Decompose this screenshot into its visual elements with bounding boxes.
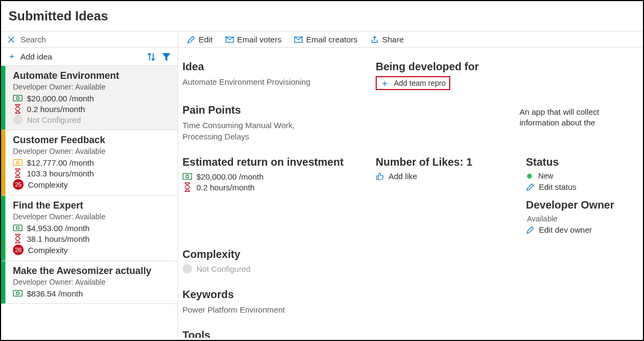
pain-points-value: Time Consuming Manual Work, Processing D… <box>182 120 322 142</box>
search-placeholder: Search <box>20 35 46 44</box>
complexity-badge: 28 <box>13 244 24 255</box>
add-idea-label[interactable]: Add idea <box>20 52 141 61</box>
svg-rect-10 <box>183 174 192 180</box>
add-team-repro-label: Add team repro <box>394 79 446 87</box>
sidebar: Search ＋ Add idea Automate EnvironmentDe… <box>1 32 178 338</box>
money-icon <box>13 288 23 298</box>
card-cost: $4,953.00 /month <box>13 223 174 233</box>
card-title: Customer Feedback <box>13 135 174 146</box>
edit-label: Edit <box>199 35 213 44</box>
tools-section: Tools <box>182 329 365 338</box>
idea-card[interactable]: Customer FeedbackDeveloper Owner: Availa… <box>1 130 178 196</box>
share-button[interactable]: Share <box>370 35 404 44</box>
card-owner: Developer Owner: Available <box>13 212 174 221</box>
card-owner: Developer Owner: Available <box>13 83 174 91</box>
svg-rect-4 <box>13 225 22 231</box>
add-like-label: Add like <box>389 172 417 181</box>
share-label: Share <box>382 35 404 44</box>
filter-icon[interactable] <box>162 52 171 62</box>
card-hours: 103.3 hours/month <box>13 168 174 178</box>
idea-value: Automate Environment Provisioning <box>182 76 365 87</box>
card-owner: Developer Owner: Available <box>13 147 174 155</box>
status-heading: Status <box>526 156 639 168</box>
dev-owner-value: Available <box>527 214 639 223</box>
complexity-heading: Complexity <box>182 248 365 261</box>
card-owner: Developer Owner: Available <box>13 278 174 286</box>
status-value: New <box>538 172 553 180</box>
page-title: Submitted Ideas <box>1 1 643 31</box>
money-icon <box>13 158 23 167</box>
email-creators-button[interactable]: Email creators <box>294 35 357 44</box>
email-voters-label: Email voters <box>237 35 282 44</box>
svg-point-5 <box>16 226 19 229</box>
pencil-icon <box>526 183 535 191</box>
svg-point-7 <box>16 292 19 294</box>
svg-rect-0 <box>13 95 22 101</box>
mail-icon <box>294 35 303 44</box>
card-hours: 0.2 hours/month <box>13 104 174 114</box>
pencil-icon <box>526 226 535 234</box>
email-creators-label: Email creators <box>306 35 357 44</box>
hourglass-icon <box>182 182 192 192</box>
card-hours: 38.1 hours/month <box>13 234 174 243</box>
svg-point-1 <box>16 97 19 99</box>
pencil-icon <box>187 35 195 44</box>
complexity-badge-empty <box>13 115 23 124</box>
edit-button[interactable]: Edit <box>187 35 213 44</box>
card-complexity: Not Configured <box>13 115 174 124</box>
hourglass-icon <box>13 234 23 243</box>
close-icon <box>8 36 15 43</box>
add-team-repro-button[interactable]: ＋ Add team repro <box>376 76 450 90</box>
roi-heading: Estimated return on investment <box>182 156 365 168</box>
edit-status-button[interactable]: Edit status <box>526 182 639 191</box>
keywords-section: Keywords Power Platform Environment <box>182 288 365 315</box>
detail-grid: Idea Automate Environment Provisioning B… <box>178 48 643 338</box>
card-cost: $20,000.00 /month <box>13 93 174 103</box>
status-stripe <box>1 196 5 261</box>
idea-card[interactable]: Make the Awesomizer actuallyDeveloper Ow… <box>1 261 178 304</box>
card-title: Find the Expert <box>13 200 174 211</box>
complexity-section: Complexity Not Configured <box>182 248 365 275</box>
share-icon <box>370 35 379 44</box>
likes-section: Number of Likes: 1 Add like <box>376 156 515 234</box>
card-complexity: 25Complexity <box>13 179 174 190</box>
email-voters-button[interactable]: Email voters <box>225 35 282 44</box>
pain-points-section: Pain Points Time Consuming Manual Work, … <box>182 104 365 142</box>
card-title: Make the Awesomizer actually <box>13 265 174 277</box>
mail-icon <box>225 35 234 44</box>
status-dot-icon <box>527 174 532 179</box>
idea-section: Idea Automate Environment Provisioning <box>182 61 365 90</box>
keywords-value: Power Platform Environment <box>182 304 365 315</box>
money-icon <box>13 93 23 103</box>
idea-card[interactable]: Find the ExpertDeveloper Owner: Availabl… <box>1 196 178 261</box>
developed-for-section: Being developed for ＋ Add team repro <box>376 61 515 90</box>
status-value-row: New <box>527 172 639 180</box>
card-cost: $12,777.00 /month <box>13 158 174 167</box>
roi-section: Estimated return on investment $20,000.0… <box>182 156 365 234</box>
developed-for-heading: Being developed for <box>376 61 515 73</box>
dev-owner-heading: Developer Owner <box>526 199 639 211</box>
svg-rect-6 <box>13 291 22 296</box>
search-input[interactable]: Search <box>1 32 178 48</box>
roi-hours: 0.2 hours/month <box>196 183 254 192</box>
status-stripe <box>1 66 5 130</box>
status-stripe <box>1 261 5 303</box>
idea-heading: Idea <box>182 61 365 73</box>
money-icon <box>182 172 192 181</box>
keywords-heading: Keywords <box>182 288 365 301</box>
likes-heading: Number of Likes: 1 <box>376 156 515 168</box>
complexity-value: Not Configured <box>196 264 251 273</box>
detail-panel: Edit Email voters Email creators Share I… <box>178 32 643 338</box>
roi-cost: $20,000.00 /month <box>196 172 264 181</box>
edit-dev-owner-label: Edit dev owner <box>539 225 592 234</box>
sort-icon[interactable] <box>147 52 156 62</box>
tools-heading: Tools <box>182 329 365 338</box>
plus-icon: ＋ <box>380 78 390 88</box>
edit-dev-owner-button[interactable]: Edit dev owner <box>526 225 639 234</box>
card-title: Automate Environment <box>13 70 174 81</box>
idea-card[interactable]: Automate EnvironmentDeveloper Owner: Ava… <box>1 66 178 130</box>
edit-status-label: Edit status <box>539 182 576 191</box>
plus-icon[interactable]: ＋ <box>8 51 15 62</box>
add-like-button[interactable]: Add like <box>376 172 515 181</box>
complexity-badge: 25 <box>13 179 24 190</box>
